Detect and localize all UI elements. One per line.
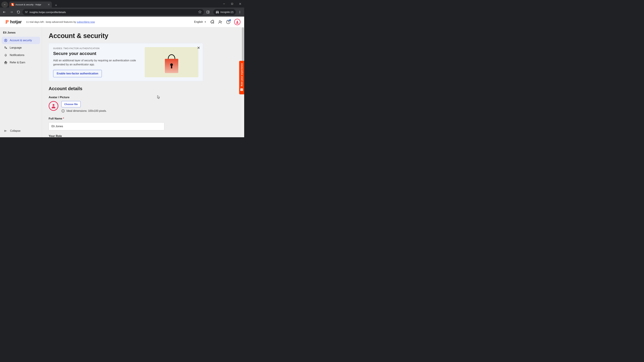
window-close-button[interactable]	[236, 0, 244, 7]
help-icon	[226, 20, 230, 24]
your-role-label: Your Role	[49, 134, 203, 137]
lock-illustration	[145, 47, 198, 77]
browser-menu-button[interactable]	[237, 9, 243, 15]
collapse-icon	[4, 129, 8, 133]
window-minimize-button[interactable]	[220, 0, 228, 7]
tab-strip: Account & security - Hotjar ✕ ＋	[0, 0, 58, 7]
card-close-button[interactable]: ✕	[197, 46, 200, 50]
svg-rect-34	[171, 65, 172, 68]
svg-point-40	[241, 89, 241, 89]
svg-point-15	[240, 11, 240, 11]
avatar-icon	[51, 103, 56, 109]
info-icon	[62, 109, 65, 113]
full-name-label: Full Name*	[49, 117, 203, 120]
svg-point-35	[52, 104, 54, 106]
sidebar-item-label: Notifications	[10, 54, 24, 57]
card-title: Secure your account	[53, 51, 140, 56]
choose-file-button[interactable]: Choose file	[62, 101, 81, 107]
svg-point-19	[219, 20, 221, 22]
avatar-preview	[49, 101, 58, 111]
reload-button[interactable]	[16, 9, 22, 15]
sidebar-item-label: Account & security	[10, 39, 32, 42]
tab-title: Account & security - Hotjar	[16, 3, 41, 6]
svg-point-24	[237, 21, 238, 22]
new-tab-button[interactable]: ＋	[54, 2, 58, 7]
subscribe-link[interactable]: subscribing now	[77, 20, 95, 23]
incognito-indicator[interactable]: Incognito (2)	[213, 9, 236, 15]
trial-text: 11 trial days left - keep advanced featu…	[26, 20, 77, 23]
sidebar-item-notifications[interactable]: Notifications	[2, 51, 40, 59]
full-name-input[interactable]	[49, 122, 164, 130]
svg-point-17	[240, 13, 240, 13]
section-title: Account details	[49, 86, 203, 91]
app-header: hotjar 11 trial days left - keep advance…	[0, 16, 244, 27]
page-title: Account & security	[49, 32, 203, 39]
browser-toolbar: insights.hotjar.com/profile/details Inco…	[0, 7, 244, 16]
address-bar[interactable]: insights.hotjar.com/profile/details	[22, 9, 204, 15]
svg-point-11	[27, 11, 28, 12]
profile-avatar-button[interactable]	[234, 19, 240, 25]
sidebar-item-account-security[interactable]: Account & security	[2, 37, 40, 44]
browser-tab[interactable]: Account & security - Hotjar ✕	[9, 1, 52, 7]
bookmark-button[interactable]	[198, 10, 202, 14]
feedback-tab[interactable]: Rate your experience	[239, 61, 244, 94]
svg-rect-1	[232, 3, 233, 4]
close-icon	[239, 3, 241, 5]
sidebar-item-language[interactable]: Language	[2, 44, 40, 51]
star-icon	[198, 10, 202, 13]
logo-text: hotjar	[10, 19, 22, 24]
language-selector[interactable]: English	[194, 20, 206, 23]
svg-point-38	[63, 110, 63, 110]
minimize-icon	[223, 3, 225, 5]
side-panel-button[interactable]	[205, 9, 211, 15]
chevron-down-icon	[4, 3, 6, 6]
caret-down-icon	[204, 21, 206, 23]
window-controls	[220, 0, 244, 7]
card-description: Add an additional layer of security by r…	[53, 58, 140, 66]
collapse-label: Collapse	[10, 129, 20, 132]
feedback-tab-label: Rate your experience	[240, 63, 243, 86]
main-content[interactable]: Account & security ✕ GUIDES: TWO-FACTOR …	[42, 27, 244, 137]
bell-icon	[4, 53, 8, 57]
hotjar-logo-icon	[5, 20, 9, 24]
svg-rect-13	[207, 11, 209, 13]
kebab-icon	[238, 10, 241, 13]
back-button[interactable]	[1, 9, 8, 15]
site-settings-icon[interactable]	[25, 10, 28, 13]
translate-icon	[4, 46, 8, 49]
svg-point-10	[26, 12, 27, 13]
person-add-icon	[218, 20, 222, 24]
reload-icon	[17, 10, 20, 14]
required-asterisk: *	[63, 117, 64, 120]
language-label: English	[194, 20, 203, 23]
lock-icon	[162, 50, 182, 75]
invite-button[interactable]	[218, 20, 222, 24]
help-button[interactable]	[226, 20, 230, 24]
window-maximize-button[interactable]	[228, 0, 236, 7]
svg-point-9	[25, 11, 26, 12]
tab-close-button[interactable]: ✕	[48, 3, 50, 6]
avatar-icon	[236, 20, 239, 24]
sidebar-item-label: Language	[10, 46, 22, 49]
arrow-left-icon	[3, 10, 6, 14]
enable-2fa-button[interactable]: Enable two-factor authentication	[53, 70, 102, 77]
card-eyebrow: GUIDES: TWO-FACTOR AUTHENTICATION	[53, 47, 140, 50]
integrations-button[interactable]	[210, 20, 214, 24]
browser-titlebar: Account & security - Hotjar ✕ ＋	[0, 0, 244, 7]
forward-button[interactable]	[8, 9, 14, 15]
avatar-label: Avatar / Picture	[49, 96, 203, 99]
svg-point-41	[242, 89, 242, 89]
sidebar-item-refer-earn[interactable]: Refer & Earn	[2, 59, 40, 66]
tab-search-button[interactable]	[1, 1, 8, 7]
two-factor-guide-card: ✕ GUIDES: TWO-FACTOR AUTHENTICATION Secu…	[49, 43, 203, 81]
hotjar-logo[interactable]: hotjar	[5, 19, 22, 24]
svg-marker-12	[198, 10, 202, 13]
sidebar-collapse-button[interactable]: Collapse	[2, 128, 40, 134]
trial-banner: 11 trial days left - keep advanced featu…	[26, 20, 95, 23]
svg-rect-39	[240, 88, 243, 91]
sidebar-item-label: Refer & Earn	[10, 61, 25, 64]
user-circle-icon	[4, 39, 8, 42]
smile-icon	[240, 88, 243, 92]
maximize-icon	[231, 3, 233, 5]
panel-icon	[206, 10, 210, 14]
